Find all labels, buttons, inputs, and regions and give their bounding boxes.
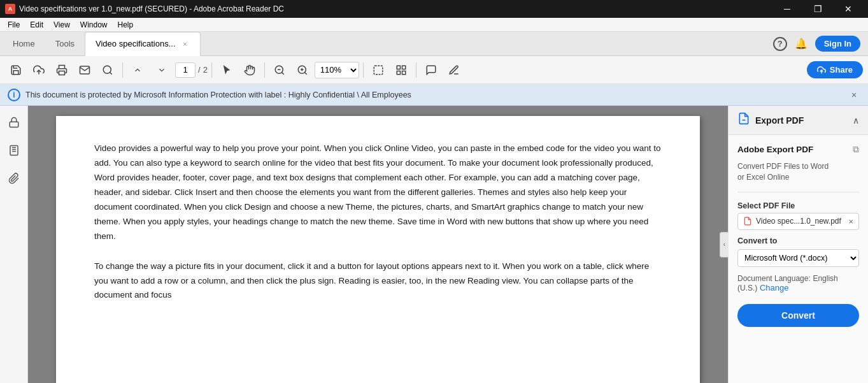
main-layout: Video provides a powerful way to help yo… [0, 106, 868, 383]
share-button-label: Share [830, 65, 853, 75]
tab-active-doc[interactable]: Video specifications... × [85, 32, 201, 56]
toolbar-separator-5 [416, 62, 416, 78]
app-icon-label: A [8, 6, 13, 12]
pen-button[interactable] [443, 59, 465, 81]
menu-file[interactable]: File [3, 19, 25, 31]
window-controls: ─ ❐ ✕ [772, 0, 863, 18]
total-pages: 2 [203, 65, 208, 75]
zoom-in-button[interactable] [292, 59, 313, 81]
panel-description: Convert PDF Files to Word or Excel Onlin… [737, 161, 859, 183]
zoom-select[interactable]: 110% 75% 100% 125% 150% [315, 62, 359, 78]
marquee-button[interactable] [367, 59, 389, 81]
panel-subtitle: Adobe Export PDF [737, 145, 813, 154]
menu-view[interactable]: View [48, 19, 75, 31]
panel-desc-line2: or Excel Online [737, 173, 789, 182]
infobar: i This document is protected by Microsof… [0, 84, 868, 106]
file-icon [743, 217, 752, 226]
close-button[interactable]: ✕ [834, 0, 863, 18]
convert-button[interactable]: Convert [737, 304, 859, 327]
next-page-button[interactable] [151, 59, 173, 81]
remove-file-button[interactable]: × [848, 217, 853, 226]
svg-rect-12 [397, 66, 400, 69]
select-pdf-section: Select PDF File Video spec...1.0_new.pdf… [737, 201, 859, 230]
tab-home-label: Home [13, 39, 35, 48]
minimize-button[interactable]: ─ [772, 0, 802, 18]
convert-to-label: Convert to [737, 236, 859, 245]
info-icon: i [8, 89, 20, 101]
panel-chevron-up[interactable]: ∧ [853, 115, 859, 126]
doc-language-label: Document Language: [737, 274, 811, 283]
print-button[interactable] [51, 59, 73, 81]
restore-button[interactable]: ❐ [803, 0, 832, 18]
tab-close-button[interactable]: × [181, 40, 190, 48]
tabbar-right: ? 🔔 Sign In [773, 36, 865, 52]
right-panel-body: Adobe Export PDF ⧉ Convert PDF Files to … [729, 135, 868, 383]
copy-icon[interactable]: ⧉ [853, 144, 859, 155]
page-navigation: / 2 [127, 59, 208, 81]
sidebar-pages-icon[interactable] [3, 139, 25, 162]
svg-rect-11 [374, 66, 383, 75]
pdf-page: Video provides a powerful way to help yo… [56, 116, 700, 383]
tools-button2[interactable] [390, 59, 412, 81]
email-button[interactable] [74, 59, 96, 81]
panel-collapse-button[interactable]: ‹ [720, 232, 729, 257]
format-select[interactable]: Microsoft Word (*.docx) Microsoft Excel … [737, 249, 859, 267]
pdf-text-block: Video provides a powerful way to help yo… [94, 141, 662, 303]
toolbar: / 2 110% 75% 100% 125% 150% Share [0, 56, 868, 84]
tab-active-doc-label: Video specifications... [96, 39, 176, 48]
svg-rect-14 [397, 71, 400, 74]
sidebar-attachments-icon[interactable] [3, 167, 25, 190]
svg-line-3 [110, 72, 111, 74]
page-sep: / [198, 65, 201, 75]
prev-page-button[interactable] [127, 59, 148, 81]
toolbar-separator-4 [363, 62, 364, 78]
panel-desc-line1: Convert PDF Files to Word [737, 162, 829, 171]
signin-button[interactable]: Sign In [815, 36, 860, 52]
menubar: File Edit View Window Help [0, 18, 868, 32]
svg-line-8 [304, 72, 306, 74]
tabbar: Home Tools Video specifications... × ? 🔔… [0, 32, 868, 56]
change-language-link[interactable]: Change [760, 283, 789, 293]
infobar-text: This document is protected by Microsoft … [25, 90, 411, 99]
tab-tools[interactable]: Tools [45, 32, 85, 56]
search-button[interactable] [97, 59, 118, 81]
svg-rect-13 [402, 66, 405, 69]
panel-divider-1 [737, 192, 859, 192]
share-button[interactable]: Share [807, 61, 863, 78]
pdf-content-area[interactable]: Video provides a powerful way to help yo… [28, 106, 728, 383]
pdf-paragraph-1: Video provides a powerful way to help yo… [94, 141, 662, 244]
svg-rect-1 [59, 71, 65, 75]
selected-file-name: Video spec...1.0_new.pdf [756, 217, 844, 226]
svg-rect-15 [402, 71, 405, 74]
tab-home[interactable]: Home [3, 32, 45, 56]
bell-icon[interactable]: 🔔 [795, 38, 808, 50]
zoom-out-button[interactable] [269, 59, 290, 81]
help-icon[interactable]: ? [773, 37, 787, 51]
sidebar-lock-icon[interactable] [3, 111, 25, 134]
cursor-tool-button[interactable] [216, 59, 238, 81]
upload-button[interactable] [28, 59, 50, 81]
convert-to-section: Convert to Microsoft Word (*.docx) Micro… [737, 236, 859, 267]
toolbar-separator-2 [211, 62, 212, 78]
svg-line-5 [281, 72, 283, 74]
right-panel-title: Export PDF [755, 115, 848, 126]
menu-edit[interactable]: Edit [25, 19, 48, 31]
toolbar-separator-3 [264, 62, 265, 78]
menu-help[interactable]: Help [113, 19, 139, 31]
app-icon: A [5, 4, 15, 14]
toolbar-separator-1 [122, 62, 123, 78]
window-title: Video specifications ver 1.0_new.pdf (SE… [19, 4, 772, 13]
page-input[interactable] [175, 62, 196, 78]
save-button[interactable] [5, 59, 27, 81]
infobar-close-button[interactable]: × [848, 89, 860, 101]
right-panel-header: Export PDF ∧ [729, 106, 868, 135]
svg-rect-17 [10, 122, 18, 127]
tab-tools-label: Tools [55, 39, 75, 48]
menu-window[interactable]: Window [75, 19, 113, 31]
select-pdf-label: Select PDF File [737, 201, 859, 210]
left-sidebar [0, 106, 28, 383]
pdf-paragraph-2: To change the way a picture fits in your… [94, 259, 662, 303]
hand-tool-button[interactable] [239, 59, 260, 81]
comment-button[interactable] [420, 59, 442, 81]
export-pdf-icon [737, 112, 750, 128]
